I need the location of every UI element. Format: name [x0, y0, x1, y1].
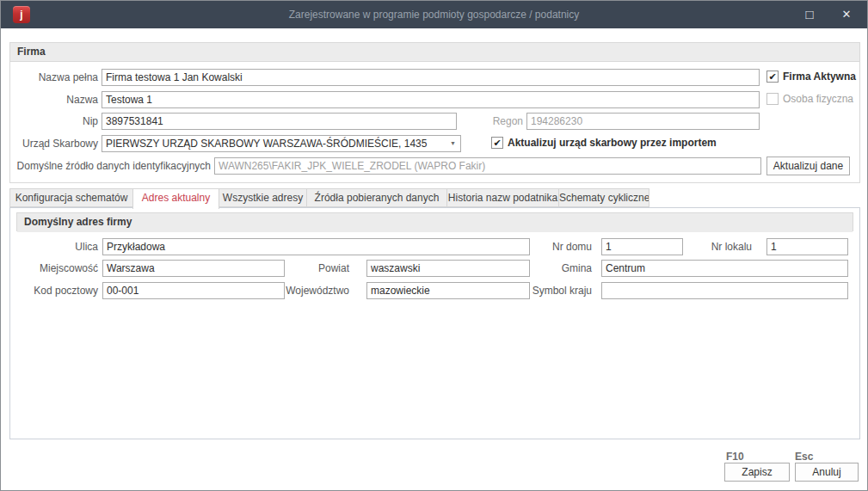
ulica-label: Ulica — [9, 238, 98, 255]
tab-schematy-cykliczne[interactable]: Schematy cykliczne — [558, 188, 649, 207]
adres-group-header: Domyślny adres firmy — [17, 213, 853, 232]
zrodlo-input[interactable] — [214, 157, 761, 175]
urzad-skarbowy-value: PIERWSZY URZĄD SKARBOWY WARSZAWA-ŚRÓDMIE… — [106, 138, 427, 150]
nip-input[interactable] — [102, 113, 457, 130]
zrodlo-label: Domyślne źródło danych identyfikacyjnych — [9, 157, 211, 175]
aktualizuj-dane-button[interactable]: Aktualizuj dane — [766, 157, 850, 175]
wojewodztwo-label: Województwo — [276, 282, 349, 299]
osoba-fizyczna-label: Osoba fizyczna — [783, 93, 853, 107]
check-icon: ✔ — [768, 71, 776, 82]
adres-groupbox: Domyślny adres firmy — [16, 212, 853, 231]
close-button[interactable]: ✕ — [832, 1, 861, 28]
firma-aktywna-checkbox[interactable]: ✔ — [766, 71, 779, 83]
check-icon: ✔ — [493, 138, 501, 148]
save-button[interactable]: Zapisz — [724, 463, 790, 482]
wojewodztwo-input[interactable] — [366, 282, 530, 299]
miejscowosc-input[interactable] — [102, 260, 285, 277]
nr-lokalu-input[interactable] — [766, 238, 848, 255]
chevron-down-icon: ▼ — [450, 138, 456, 150]
aktualizuj-urzad-label: Aktualizuj urząd skarbowy przez importem — [508, 137, 717, 150]
nazwa-input[interactable] — [102, 91, 760, 108]
kod-pocztowy-input[interactable] — [102, 282, 285, 299]
tab-konfiguracja-schematow[interactable]: Konfiguracja schematów — [9, 188, 133, 207]
nr-domu-label: Nr domu — [534, 238, 592, 255]
powiat-label: Powiat — [293, 260, 349, 277]
urzad-skarbowy-label: Urząd Skarbowy — [9, 135, 98, 152]
regon-input[interactable] — [526, 113, 760, 130]
save-key-hint: F10 — [726, 451, 744, 463]
symbol-kraju-input[interactable] — [601, 282, 848, 299]
ulica-input[interactable] — [102, 238, 530, 255]
nip-label: Nip — [9, 113, 98, 130]
miejscowosc-label: Miejscowość — [9, 260, 98, 277]
cancel-button[interactable]: Anuluj — [795, 463, 859, 482]
regon-label: Regon — [465, 113, 523, 130]
tab-zrodla-pobieranych-danych[interactable]: Źródła pobieranych danych — [306, 188, 447, 207]
cancel-key-hint: Esc — [795, 451, 813, 463]
nazwa-pelna-input[interactable] — [102, 69, 760, 86]
symbol-kraju-label: Symbol kraju — [517, 282, 592, 299]
tab-wszystkie-adresy[interactable]: Wszystkie adresy — [219, 188, 307, 207]
firma-aktywna-label: Firma Aktywna — [783, 71, 856, 84]
titlebar: j Zarejestrowane w programie podmioty go… — [1, 1, 867, 28]
osoba-fizyczna-checkbox[interactable] — [766, 93, 779, 105]
urzad-skarbowy-select[interactable]: PIERWSZY URZĄD SKARBOWY WARSZAWA-ŚRÓDMIE… — [102, 135, 461, 152]
nazwa-label: Nazwa — [9, 91, 98, 108]
maximize-button[interactable]: □ — [795, 1, 824, 28]
gmina-input[interactable] — [601, 260, 848, 277]
tab-adres-aktualny[interactable]: Adres aktualny — [132, 188, 219, 209]
nazwa-pelna-label: Nazwa pełna — [9, 69, 98, 86]
gmina-label: Gmina — [534, 260, 592, 277]
nr-lokalu-label: Nr lokalu — [689, 238, 752, 255]
powiat-input[interactable] — [366, 260, 530, 277]
aktualizuj-urzad-checkbox[interactable]: ✔ — [491, 137, 503, 149]
dialog-window: j Zarejestrowane w programie podmioty go… — [0, 0, 868, 491]
firma-group-header: Firma — [10, 43, 859, 62]
kod-pocztowy-label: Kod pocztowy — [9, 282, 98, 299]
nr-domu-input[interactable] — [601, 238, 683, 255]
tab-historia-nazw-podatnika[interactable]: Historia nazw podatnika — [446, 188, 559, 207]
window-title: Zarejestrowane w programie podmioty gosp… — [1, 1, 867, 28]
